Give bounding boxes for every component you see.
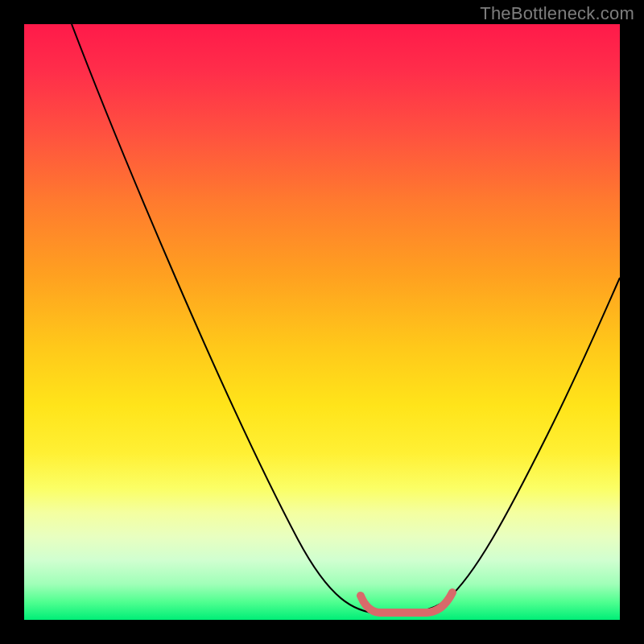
watermark-text: TheBottleneck.com: [480, 3, 634, 24]
bottleneck-curve-line: [72, 24, 620, 613]
optimal-band-marker: [361, 592, 452, 613]
plot-area: [24, 24, 620, 620]
curve-svg: [24, 24, 620, 620]
